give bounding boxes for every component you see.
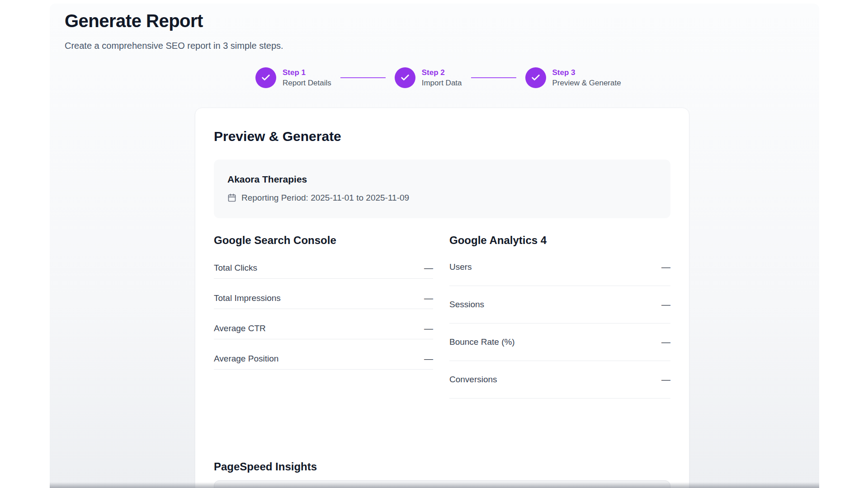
stepper-step-2[interactable]: Step 2 Import Data	[395, 67, 462, 88]
reporting-period-row: Reporting Period: 2025-11-01 to 2025-11-…	[227, 193, 657, 203]
metric-row-average-position: Average Position —	[214, 339, 433, 370]
metric-label: Users	[449, 262, 472, 272]
content-panel: Generate Report Create a comprehensive S…	[50, 4, 819, 488]
step-2-label: Step 2	[422, 68, 462, 77]
check-icon	[400, 73, 410, 83]
stepper-step-3[interactable]: Step 3 Preview & Generate	[525, 67, 621, 88]
stepper-connector	[340, 77, 386, 78]
section-google-search-console: Google Search Console Total Clicks — Tot…	[214, 234, 433, 399]
metric-row-users: Users —	[449, 249, 670, 286]
step-2-sublabel: Import Data	[422, 79, 462, 88]
pagespeed-placeholder-box	[214, 480, 670, 488]
metric-label: Total Impressions	[214, 293, 281, 304]
calendar-icon	[227, 193, 236, 202]
stepper-connector	[471, 77, 516, 78]
metric-label: Conversions	[449, 374, 497, 385]
metric-value: —	[661, 374, 670, 385]
metric-value: —	[424, 353, 433, 364]
metric-label: Average Position	[214, 353, 278, 364]
stepper: Step 1 Report Details Step 2 Import Data…	[255, 67, 621, 88]
stepper-step-1[interactable]: Step 1 Report Details	[255, 67, 331, 88]
step-3-sublabel: Preview & Generate	[552, 79, 621, 88]
step-1-sublabel: Report Details	[283, 79, 331, 88]
step-1-label: Step 1	[283, 68, 331, 77]
reporting-period-text: Reporting Period: 2025-11-01 to 2025-11-…	[241, 193, 409, 203]
section-google-analytics-4: Google Analytics 4 Users — Sessions — Bo…	[449, 234, 670, 399]
page-title: Generate Report	[65, 10, 203, 32]
metric-value: —	[424, 293, 433, 304]
metric-value: —	[661, 337, 670, 347]
metric-row-sessions: Sessions —	[449, 286, 670, 324]
metric-label: Sessions	[449, 299, 484, 310]
metric-value: —	[424, 263, 433, 273]
metric-row-total-impressions: Total Impressions —	[214, 279, 433, 309]
step-1-circle	[255, 67, 276, 88]
step-3-label: Step 3	[552, 68, 621, 77]
client-name: Akaora Therapies	[227, 174, 657, 185]
metric-row-total-clicks: Total Clicks —	[214, 249, 433, 279]
metric-value: —	[661, 262, 670, 272]
step-3-circle	[525, 67, 546, 88]
metric-label: Total Clicks	[214, 263, 257, 273]
metric-value: —	[661, 299, 670, 310]
metric-row-bounce-rate: Bounce Rate (%) —	[449, 324, 670, 361]
step-2-circle	[395, 67, 415, 88]
page-subtitle: Create a comprehensive SEO report in 3 s…	[65, 40, 283, 51]
card-heading: Preview & Generate	[214, 128, 670, 145]
metrics-columns: Google Search Console Total Clicks — Tot…	[214, 234, 670, 399]
pagespeed-title: PageSpeed Insights	[214, 460, 670, 473]
metric-row-conversions: Conversions —	[449, 361, 670, 399]
check-icon	[261, 73, 271, 83]
metric-label: Bounce Rate (%)	[449, 337, 515, 347]
section-title: Google Search Console	[214, 234, 433, 247]
metric-value: —	[424, 323, 433, 334]
section-title: Google Analytics 4	[449, 234, 670, 247]
preview-generate-card: Preview & Generate Akaora Therapies Repo…	[195, 108, 689, 488]
check-icon	[531, 73, 541, 83]
metric-label: Average CTR	[214, 323, 266, 334]
section-pagespeed-insights: PageSpeed Insights	[214, 460, 670, 488]
metric-row-average-ctr: Average CTR —	[214, 309, 433, 339]
report-info-box: Akaora Therapies Reporting Period: 2025-…	[214, 160, 670, 218]
